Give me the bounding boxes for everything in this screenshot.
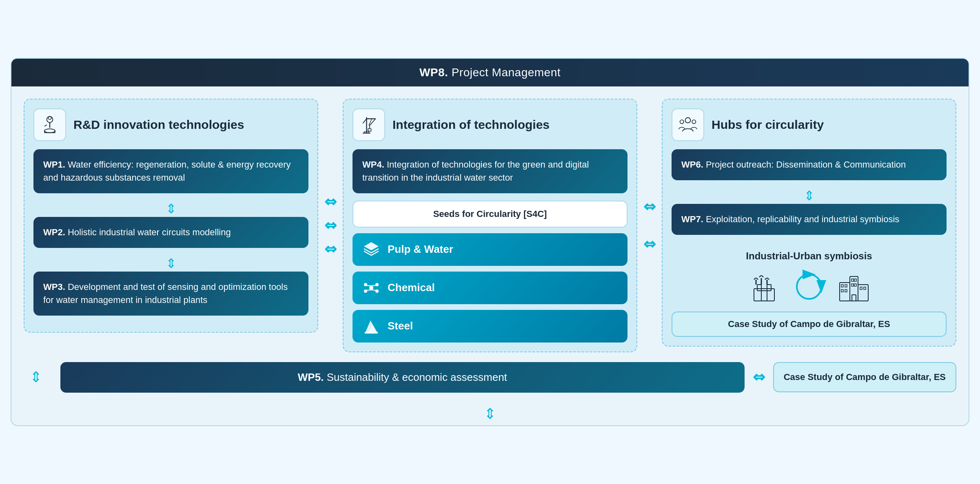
svg-point-18: [369, 286, 373, 290]
svg-line-25: [366, 290, 371, 290]
molecule-icon: [362, 279, 380, 297]
wp4-label: WP4.: [362, 159, 384, 170]
symbiosis-icons: [672, 268, 947, 305]
steel-icon: [362, 317, 380, 335]
wp1-block: WP1. Water efficiency: regeneration, sol…: [33, 149, 308, 193]
arrow-left-mid: ⇔ ⇔ ⇔: [318, 99, 343, 352]
steel-block: Steel: [353, 310, 627, 343]
microscope-icon: [40, 114, 60, 135]
svg-point-31: [680, 120, 684, 124]
wp2-label: WP2.: [43, 227, 65, 237]
wp4-text: Integration of technologies for the gree…: [362, 159, 589, 183]
svg-rect-53: [860, 287, 862, 290]
right-col-header: Hubs for circularity: [672, 108, 947, 141]
svg-point-30: [685, 118, 691, 123]
svg-point-32: [692, 120, 696, 124]
steel-label: Steel: [388, 320, 413, 332]
arrow-h-wp1-wp4: ⇔: [324, 193, 337, 210]
right-column-inner: Hubs for circularity WP6. Project outrea…: [662, 99, 956, 347]
arrow-v-left-bottom: ⇕: [30, 370, 42, 385]
city-buildings-icon: [836, 268, 872, 305]
people-icon-box: [672, 108, 704, 141]
main-content: R&D innovation technologies WP1. Water e…: [11, 86, 969, 352]
left-col-title: R&D innovation technologies: [73, 118, 244, 132]
svg-rect-49: [851, 279, 854, 281]
arrow-v-mid-bottom: ⇕: [484, 407, 496, 421]
case-study-bottom-label: Case Study of Campo de Gibraltar, ES: [784, 372, 946, 382]
svg-rect-14: [368, 128, 371, 131]
svg-rect-43: [850, 276, 858, 301]
svg-rect-48: [845, 290, 847, 292]
wp7-label: WP7.: [681, 214, 703, 224]
wp4-block: WP4. Integration of technologies for the…: [353, 149, 627, 193]
main-diagram: WP8. Project Management: [11, 58, 969, 426]
bottom-section: ⇕ WP5. Sustainability & economic assessm…: [11, 352, 969, 405]
seeds-block: Seeds for Circularity [S4C]: [353, 201, 627, 228]
svg-rect-34: [757, 285, 761, 291]
arrow-down-wp1-wp2: ⇕: [33, 202, 308, 215]
layers-icon: [362, 241, 380, 259]
wp1-label: WP1.: [43, 159, 65, 170]
wp6-text: Project outreach: Dissemination & Commun…: [706, 159, 906, 170]
case-study-bottom: Case Study of Campo de Gibraltar, ES: [773, 362, 956, 392]
svg-rect-36: [761, 291, 767, 301]
wp1-text: Water efficiency: regeneration, solute &…: [43, 159, 291, 183]
chemical-label: Chemical: [388, 281, 435, 294]
seeds-label: Seeds for Circularity [S4C]: [433, 209, 547, 219]
case-study-block: Case Study of Campo de Gibraltar, ES: [672, 312, 947, 337]
wp8-title: Project Management: [452, 66, 561, 79]
arrow-h-wp4-wp6: ⇔: [643, 198, 656, 215]
svg-rect-54: [864, 287, 866, 290]
svg-rect-55: [852, 295, 856, 301]
right-column: Hubs for circularity WP6. Project outrea…: [662, 99, 956, 352]
bottom-arrows-row: ⇕: [11, 405, 969, 425]
svg-marker-17: [364, 242, 379, 250]
symbiosis-title: Industrial-Urban symbiosis: [672, 250, 947, 262]
arrow-mid-right: ⇔ ⇔: [637, 99, 662, 352]
svg-rect-29: [365, 332, 378, 334]
svg-line-24: [371, 285, 376, 286]
wp2-block: WP2. Holistic industrial water circuits …: [33, 217, 308, 248]
left-column-inner: R&D innovation technologies WP1. Water e…: [24, 99, 318, 332]
svg-rect-52: [854, 284, 856, 286]
svg-rect-46: [845, 285, 847, 287]
wp3-block: WP3. Development and test of sensing and…: [33, 272, 308, 316]
left-col-header: R&D innovation technologies: [33, 108, 308, 141]
pulp-water-label: Pulp & Water: [388, 243, 453, 256]
svg-rect-51: [851, 284, 854, 286]
arrow-h-wp3-wp4: ⇔: [324, 241, 337, 258]
wp5-block: WP5. Sustainability & economic assessmen…: [60, 362, 745, 393]
people-icon: [678, 114, 698, 135]
arrow-down-wp2-wp3: ⇕: [33, 257, 308, 270]
wp2-text: Holistic industrial water circuits model…: [68, 227, 231, 237]
svg-line-23: [366, 285, 371, 286]
svg-rect-44: [858, 285, 868, 301]
middle-column: Integration of technologies WP4. Integra…: [343, 99, 637, 352]
svg-rect-45: [841, 285, 843, 287]
industrial-plant-icon: [746, 268, 783, 305]
arrow-h-wp2-wp4: ⇔: [324, 217, 337, 234]
wp5-text: Sustainability & economic assessment: [327, 371, 507, 383]
wp5-label: WP5.: [298, 371, 324, 383]
svg-rect-35: [767, 285, 771, 291]
pulp-water-block: Pulp & Water: [353, 233, 627, 266]
case-study-label: Case Study of Campo de Gibraltar, ES: [728, 319, 890, 329]
middle-column-inner: Integration of technologies WP4. Integra…: [343, 99, 637, 352]
wp8-label: WP8.: [419, 66, 448, 79]
crane-icon-box: [353, 108, 385, 141]
wp6-block: WP6. Project outreach: Dissemination & C…: [672, 149, 947, 180]
svg-point-2: [44, 129, 55, 133]
wp3-label: WP3.: [43, 282, 65, 292]
right-col-title: Hubs for circularity: [712, 118, 824, 132]
middle-col-header: Integration of technologies: [353, 108, 627, 141]
symbiosis-section: Industrial-Urban symbiosis: [672, 250, 947, 337]
svg-point-6: [48, 117, 51, 119]
wp6-label: WP6.: [681, 159, 703, 170]
cycle-arrows-icon: [791, 268, 827, 305]
wp3-text: Development and test of sensing and opti…: [43, 282, 288, 305]
left-column: R&D innovation technologies WP1. Water e…: [24, 99, 318, 352]
wp7-block: WP7. Exploitation, replicability and ind…: [672, 204, 947, 235]
top-bar: WP8. Project Management: [11, 59, 969, 86]
microscope-icon-box: [33, 108, 66, 141]
arrow-h-sector-wp7: ⇔: [643, 236, 656, 253]
